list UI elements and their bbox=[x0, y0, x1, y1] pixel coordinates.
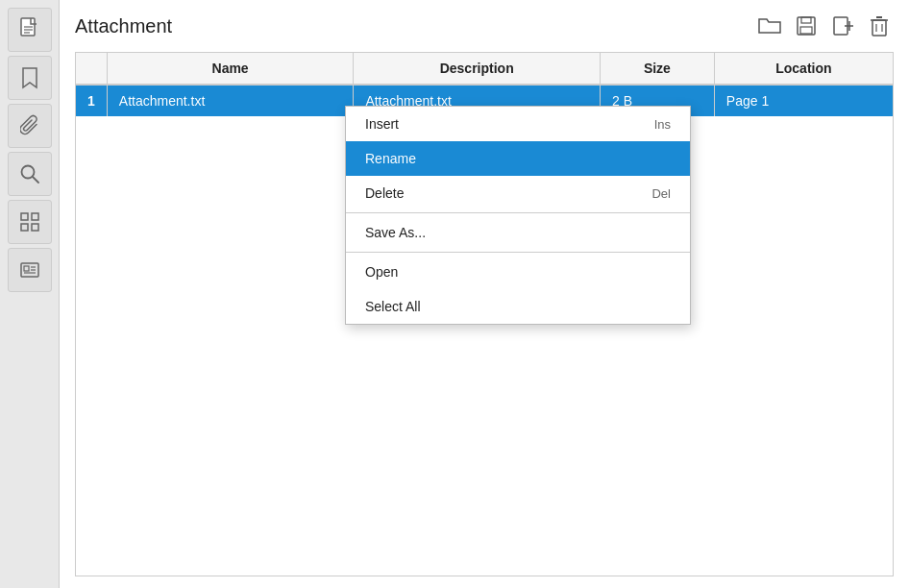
sidebar-item-page[interactable] bbox=[8, 8, 52, 52]
col-size[interactable]: Size bbox=[600, 53, 714, 85]
row-name: Attachment.txt bbox=[107, 85, 354, 116]
sidebar-item-search[interactable] bbox=[8, 152, 52, 196]
sidebar-item-attachment[interactable] bbox=[8, 104, 52, 148]
context-menu-insert[interactable]: Insert Ins bbox=[346, 107, 690, 141]
context-menu-delete-label: Delete bbox=[365, 185, 404, 201]
sidebar-item-grid[interactable] bbox=[8, 200, 52, 244]
svg-rect-7 bbox=[32, 213, 38, 220]
context-menu-delete[interactable]: Delete Del bbox=[346, 176, 690, 210]
sidebar-item-info[interactable] bbox=[8, 248, 52, 292]
svg-rect-16 bbox=[801, 17, 811, 23]
table-wrapper: Name Description Size Location 1 Attachm… bbox=[75, 52, 894, 576]
context-menu-rename[interactable]: Rename bbox=[346, 141, 690, 176]
svg-rect-11 bbox=[24, 266, 29, 271]
row-location: Page 1 bbox=[714, 85, 893, 116]
separator-1 bbox=[346, 212, 690, 213]
context-menu-insert-shortcut: Ins bbox=[654, 117, 671, 132]
context-menu-save-as[interactable]: Save As... bbox=[346, 215, 690, 250]
context-menu-save-as-label: Save As... bbox=[365, 225, 426, 240]
context-menu-open[interactable]: Open bbox=[346, 255, 690, 289]
context-menu-open-label: Open bbox=[365, 264, 398, 280]
context-menu-select-all-label: Select All bbox=[365, 299, 421, 314]
col-description[interactable]: Description bbox=[354, 53, 601, 85]
svg-rect-9 bbox=[32, 224, 38, 231]
context-menu: Insert Ins Rename Delete Del Save As... … bbox=[345, 106, 691, 325]
col-name[interactable]: Name bbox=[107, 53, 354, 85]
svg-rect-21 bbox=[872, 20, 886, 36]
svg-line-5 bbox=[33, 177, 38, 183]
add-attachment-button[interactable] bbox=[828, 12, 857, 40]
svg-rect-17 bbox=[800, 27, 812, 34]
open-folder-button[interactable] bbox=[755, 12, 784, 40]
col-location[interactable]: Location bbox=[714, 53, 893, 85]
context-menu-insert-label: Insert bbox=[365, 116, 399, 132]
sidebar bbox=[0, 0, 60, 588]
delete-button[interactable] bbox=[865, 12, 894, 40]
page-title: Attachment bbox=[75, 15, 172, 37]
save-button[interactable] bbox=[792, 12, 821, 40]
svg-rect-6 bbox=[21, 213, 28, 220]
context-menu-delete-shortcut: Del bbox=[651, 186, 671, 201]
context-menu-rename-label: Rename bbox=[365, 151, 416, 166]
header-actions bbox=[755, 12, 894, 40]
svg-rect-8 bbox=[21, 224, 28, 231]
row-num: 1 bbox=[76, 85, 107, 116]
header: Attachment bbox=[75, 12, 894, 40]
col-num bbox=[76, 53, 107, 85]
sidebar-item-bookmark[interactable] bbox=[8, 56, 52, 100]
separator-2 bbox=[346, 252, 690, 253]
main-content: Attachment bbox=[60, 0, 909, 588]
context-menu-select-all[interactable]: Select All bbox=[346, 289, 690, 324]
